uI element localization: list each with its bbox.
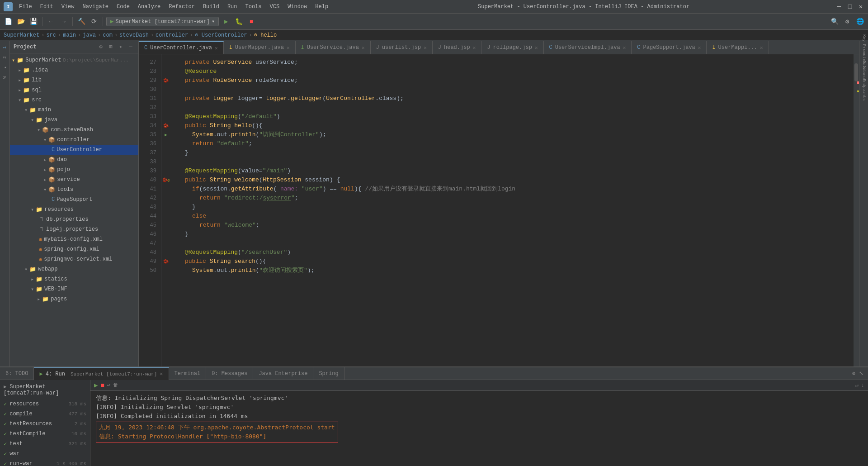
new-file-button[interactable]: 📄 xyxy=(3,16,14,27)
bottom-expand-icon[interactable]: ⤡ xyxy=(858,369,864,378)
tab-close-icon[interactable]: ✕ xyxy=(424,45,427,51)
tab-terminal[interactable]: Terminal xyxy=(169,367,207,380)
translate-button[interactable]: 🌐 xyxy=(854,16,865,27)
breadcrumb-java[interactable]: java xyxy=(83,32,96,38)
tree-item-src[interactable]: ▾ 📁 src xyxy=(10,95,138,105)
stop-button[interactable]: ■ xyxy=(246,16,257,27)
step-test[interactable]: ✓ test 321 ms xyxy=(0,439,90,449)
breadcrumb-stevedash[interactable]: steveDash xyxy=(119,32,149,38)
console-clear-icon[interactable]: 🗑 xyxy=(113,382,118,389)
tree-item-webinf[interactable]: ▾ 📁 WEB-INF xyxy=(10,284,138,294)
tree-item-dao[interactable]: ▸ 📦 dao xyxy=(10,155,138,165)
tree-item-log4j[interactable]: 🗒 log4j.properties xyxy=(10,224,138,234)
tree-item-java[interactable]: ▾ 📁 java xyxy=(10,115,138,125)
structure-tool-btn[interactable]: 2 xyxy=(1,53,9,62)
console-stop-icon[interactable]: ■ xyxy=(100,382,104,389)
breadcrumb-src[interactable]: src xyxy=(46,32,56,38)
tab-userlist[interactable]: J userlist.jsp ✕ xyxy=(371,41,433,54)
code-editor[interactable]: 27 28 29 30 31 32 33 34 35 36 37 38 39 4… xyxy=(139,54,859,366)
tree-item-controller[interactable]: ▾ 📦 controller xyxy=(10,135,138,145)
right-sidebar-key-promoter[interactable]: Key Promoter X xyxy=(860,43,868,61)
tree-item-service[interactable]: ▸ 📦 service xyxy=(10,175,138,185)
step-war[interactable]: ✓ war xyxy=(0,449,90,459)
web-tool-btn[interactable]: W xyxy=(1,73,9,81)
editor-scrollbar[interactable] xyxy=(854,54,859,366)
tab-close-icon[interactable]: ✕ xyxy=(473,45,476,51)
tab-spring[interactable]: Spring xyxy=(313,367,344,380)
tree-item-sql[interactable]: ▸ 📁 sql xyxy=(10,85,138,95)
tree-item-pojo[interactable]: ▸ 📦 pojo xyxy=(10,165,138,175)
tab-usermapper[interactable]: I UserMapper.java ✕ xyxy=(224,41,296,54)
right-sidebar-database[interactable]: Database xyxy=(860,62,868,80)
step-resources[interactable]: ✓ resources 318 ms xyxy=(0,399,90,409)
tab-close-icon[interactable]: ✕ xyxy=(362,45,365,51)
panel-settings-icon[interactable]: ⚙ xyxy=(97,43,105,51)
run-button[interactable]: ▶ xyxy=(221,16,231,27)
tree-item-springmvc[interactable]: ⊞ springmvc-servlet.xml xyxy=(10,254,138,264)
maximize-button[interactable]: □ xyxy=(846,3,854,10)
panel-gear-icon[interactable]: ✦ xyxy=(117,43,125,51)
tab-todo[interactable]: 6: TODO xyxy=(0,367,34,380)
console-wrap-icon[interactable]: ↵ xyxy=(855,382,859,389)
tab-close-icon[interactable]: ✕ xyxy=(287,45,290,51)
breadcrumb-controller[interactable]: controller xyxy=(156,32,188,38)
search-button[interactable]: 🔍 xyxy=(829,16,840,27)
tab-close-icon[interactable]: ✕ xyxy=(215,45,218,51)
close-button[interactable]: ✕ xyxy=(857,3,864,10)
tree-item-db-properties[interactable]: 🗒 db.properties xyxy=(10,214,138,224)
tree-item-idea[interactable]: ▸ 📁 .idea xyxy=(10,65,138,75)
breadcrumb-hello[interactable]: ⊙ hello xyxy=(254,32,277,38)
tab-usercontroller[interactable]: C UserController.java ✕ xyxy=(139,41,224,54)
tree-item-statics[interactable]: ▸ 📁 statics xyxy=(10,274,138,284)
breadcrumb-main[interactable]: main xyxy=(63,32,76,38)
code-content[interactable]: private UserService userService; @Resour… xyxy=(170,54,854,366)
tab-close-icon[interactable]: ✕ xyxy=(623,45,626,51)
menu-refactor[interactable]: Refactor xyxy=(165,2,198,12)
build-button[interactable]: 🔨 xyxy=(76,16,87,27)
tree-item-usercontroller[interactable]: C UserController xyxy=(10,145,138,155)
tree-item-mybatis[interactable]: ⊞ mybatis-config.xml xyxy=(10,234,138,244)
console-rerun-icon[interactable]: ↩ xyxy=(107,382,110,389)
panel-close-icon[interactable]: ─ xyxy=(127,43,135,51)
tree-item-webapp[interactable]: ▾ 📁 webapp xyxy=(10,264,138,274)
tree-item-resources[interactable]: ▾ 📁 resources xyxy=(10,204,138,214)
tab-close-icon[interactable]: ✕ xyxy=(698,45,701,51)
tab-pagesupport[interactable]: C PageSupport.java ✕ xyxy=(632,41,707,54)
menu-view[interactable]: View xyxy=(58,2,78,12)
open-button[interactable]: 📂 xyxy=(15,16,26,27)
right-sidebar-endpoints[interactable]: Endpoints xyxy=(860,81,868,99)
tab-head[interactable]: J head.jsp ✕ xyxy=(433,41,481,54)
debug-button[interactable]: 🐛 xyxy=(233,16,244,27)
menu-vcs[interactable]: VCS xyxy=(266,2,283,12)
tab-java-enterprise[interactable]: Java Enterprise xyxy=(253,367,313,380)
menu-run[interactable]: Run xyxy=(224,2,241,12)
console-scroll-icon[interactable]: ↓ xyxy=(861,382,864,389)
tree-item-pagesupport[interactable]: C PageSupport xyxy=(10,195,138,204)
tab-run[interactable]: ▶ 4: Run SuperMarket [tomcat7:run-war] ✕ xyxy=(34,367,169,380)
tab-messages[interactable]: 0: Messages xyxy=(206,367,253,380)
menu-tools[interactable]: Tools xyxy=(242,2,265,12)
menu-window[interactable]: Window xyxy=(284,2,311,12)
save-all-button[interactable]: 💾 xyxy=(28,16,39,27)
panel-layout-icon[interactable]: ⊞ xyxy=(107,43,115,51)
menu-file[interactable]: File xyxy=(15,2,36,12)
tree-item-tools[interactable]: ▾ 📦 tools xyxy=(10,185,138,195)
step-compile[interactable]: ✓ compile 477 ms xyxy=(0,409,90,419)
tab-userservice[interactable]: I UserService.java ✕ xyxy=(296,41,371,54)
tree-item-root[interactable]: ▾ 📁 SuperMarket D:\project\SuperMar... xyxy=(10,55,138,65)
menu-edit[interactable]: Edit xyxy=(37,2,57,12)
bottom-settings-icon[interactable]: ⚙ xyxy=(851,369,856,378)
tree-item-lib[interactable]: ▸ 📁 lib xyxy=(10,75,138,85)
step-runwar[interactable]: ✓ run-war 1 s 406 ms xyxy=(0,459,90,466)
tree-item-com[interactable]: ▾ 📦 com.steveDash xyxy=(10,125,138,135)
menu-analyze[interactable]: Analyze xyxy=(134,2,164,12)
tree-item-main[interactable]: ▾ 📁 main xyxy=(10,105,138,115)
sync-button[interactable]: ⟳ xyxy=(89,16,99,27)
minimize-button[interactable]: ─ xyxy=(835,3,843,10)
menu-help[interactable]: Help xyxy=(311,2,332,12)
tab-close-icon[interactable]: ✕ xyxy=(535,45,538,51)
breadcrumb-com[interactable]: com xyxy=(103,32,113,38)
back-button[interactable]: ← xyxy=(46,16,57,27)
run-tab-config[interactable]: SuperMarket [tomcat7:run-war] xyxy=(71,371,157,377)
console-output[interactable]: 信息: Initializing Spring DispatcherServle… xyxy=(90,391,868,466)
